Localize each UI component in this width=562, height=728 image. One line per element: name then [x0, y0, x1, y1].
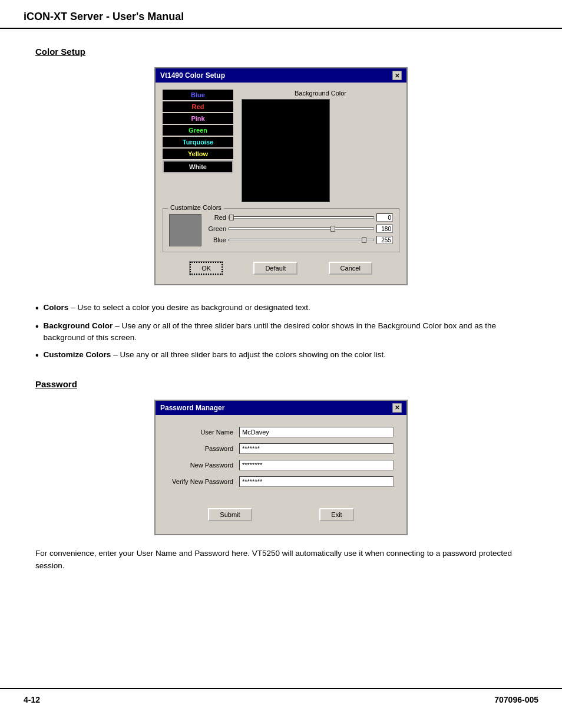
username-row: User Name: [163, 427, 399, 437]
color-setup-dialog-title: Vt1490 Color Setup: [160, 71, 225, 80]
bg-color-label: Background Color: [242, 90, 399, 97]
verify-password-row: Verify New Password: [163, 476, 399, 487]
password-manager-title: Password Manager: [160, 404, 224, 412]
sliders-area: Red 0 Green: [207, 213, 393, 247]
color-setup-heading: Color Setup: [35, 47, 527, 57]
color-setup-dialog: Vt1490 Color Setup ✕ Blue Red Pink Green…: [154, 67, 408, 285]
color-item-pink[interactable]: Pink: [163, 113, 233, 124]
red-slider-label: Red: [207, 214, 226, 221]
red-slider-value: 0: [376, 213, 393, 222]
new-password-input[interactable]: [239, 460, 394, 470]
default-button[interactable]: Default: [253, 262, 297, 275]
exit-button[interactable]: Exit: [319, 508, 353, 521]
verify-password-label: Verify New Password: [168, 478, 233, 485]
customize-colors-group: Customize Colors Red 0: [163, 208, 399, 252]
customize-colors-inner: Red 0 Green: [169, 213, 393, 247]
password-section: Password Password Manager ✕ User Name Pa…: [35, 379, 527, 572]
page-title: iCON-XT Server - User's Manual: [24, 11, 184, 23]
doc-number: 707096-005: [494, 695, 538, 704]
color-list: Blue Red Pink Green Turquoise Yellow Whi…: [163, 90, 233, 202]
submit-button[interactable]: Submit: [208, 508, 252, 521]
page-footer: 4-12 707096-005: [0, 688, 562, 710]
color-setup-titlebar: Vt1490 Color Setup ✕: [156, 68, 406, 83]
color-setup-bullets: Colors – Use to select a color you desir…: [35, 302, 527, 363]
cancel-button[interactable]: Cancel: [329, 262, 372, 275]
password-manager-dialog: Password Manager ✕ User Name Password Ne…: [154, 400, 408, 535]
ok-button[interactable]: OK: [190, 262, 223, 275]
password-manager-buttons: Submit Exit: [163, 506, 399, 523]
verify-password-input[interactable]: [239, 476, 394, 487]
green-slider-row: Green 180: [207, 225, 393, 233]
content-area: Color Setup Vt1490 Color Setup ✕ Blue Re…: [0, 29, 562, 602]
background-color-area: Background Color: [242, 90, 399, 202]
bg-color-box: [242, 99, 330, 202]
green-slider-label: Green: [207, 225, 226, 232]
color-item-white[interactable]: White: [163, 160, 233, 173]
green-slider-track[interactable]: [229, 228, 374, 230]
green-slider-thumb[interactable]: [330, 226, 335, 232]
password-label: Password: [168, 445, 233, 452]
password-manager-body: User Name Password New Password Verify N…: [156, 415, 406, 534]
page-number: 4-12: [24, 695, 40, 704]
bullet-bg-color: Background Color – Use any or all of the…: [35, 320, 527, 344]
color-item-green[interactable]: Green: [163, 125, 233, 136]
password-input[interactable]: [239, 443, 394, 454]
blue-slider-label: Blue: [207, 236, 226, 243]
color-item-turquoise[interactable]: Turquoise: [163, 137, 233, 147]
password-manager-close-button[interactable]: ✕: [392, 403, 402, 413]
blue-slider-thumb[interactable]: [362, 237, 366, 243]
green-slider-value: 180: [376, 225, 393, 233]
bullet-colors: Colors – Use to select a color you desir…: [35, 302, 527, 315]
color-setup-body: Blue Red Pink Green Turquoise Yellow Whi…: [156, 83, 406, 284]
blue-slider-row: Blue 255: [207, 236, 393, 244]
color-setup-inner: Blue Red Pink Green Turquoise Yellow Whi…: [163, 90, 399, 202]
red-slider-thumb[interactable]: [229, 215, 234, 220]
color-item-blue[interactable]: Blue: [163, 90, 233, 100]
color-setup-buttons: OK Default Cancel: [163, 259, 399, 277]
username-label: User Name: [168, 429, 233, 436]
color-setup-section: Color Setup Vt1490 Color Setup ✕ Blue Re…: [35, 47, 527, 363]
color-setup-close-button[interactable]: ✕: [392, 71, 402, 80]
blue-slider-value: 255: [376, 236, 393, 244]
password-footer-text: For convenience, enter your User Name an…: [35, 547, 527, 572]
blue-slider-track[interactable]: [229, 239, 374, 241]
new-password-row: New Password: [163, 460, 399, 470]
bullet-customize-colors: Customize Colors – Use any or all three …: [35, 349, 527, 363]
new-password-label: New Password: [168, 462, 233, 469]
page-header: iCON-XT Server - User's Manual: [0, 0, 562, 29]
red-slider-row: Red 0: [207, 213, 393, 222]
customize-colors-legend: Customize Colors: [168, 204, 224, 211]
red-slider-track[interactable]: [229, 216, 374, 219]
color-preview-box: [169, 214, 201, 246]
password-manager-titlebar: Password Manager ✕: [156, 401, 406, 415]
username-input[interactable]: [239, 427, 394, 437]
password-row: Password: [163, 443, 399, 454]
password-heading: Password: [35, 379, 527, 389]
color-item-yellow[interactable]: Yellow: [163, 149, 233, 159]
color-item-red[interactable]: Red: [163, 101, 233, 112]
